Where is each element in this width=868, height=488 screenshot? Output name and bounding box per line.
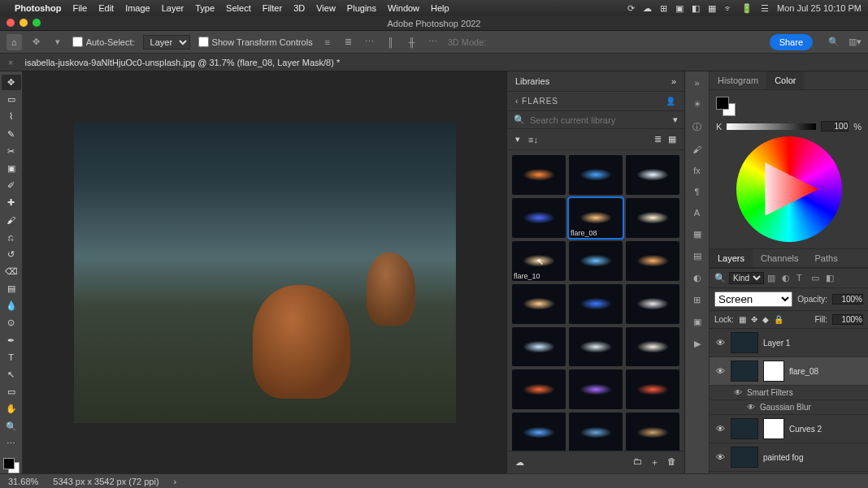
align-icon[interactable]: ≡: [321, 36, 334, 49]
tab-histogram[interactable]: Histogram: [710, 71, 766, 89]
library-item[interactable]: [626, 369, 679, 409]
library-item[interactable]: [626, 155, 679, 195]
auto-select-checkbox[interactable]: [72, 37, 83, 47]
auto-select-control[interactable]: Auto-Select:: [72, 37, 135, 47]
filter-type-icon[interactable]: T: [796, 273, 808, 284]
hand-tool[interactable]: ✋: [2, 401, 21, 417]
menu-edit[interactable]: Edit: [98, 3, 114, 13]
library-item[interactable]: flare_10↖: [512, 241, 566, 281]
align-icon[interactable]: ≣: [342, 36, 355, 49]
align-icon[interactable]: ⋯: [363, 36, 376, 49]
layer-thumbnail[interactable]: [731, 418, 758, 439]
app-name[interactable]: Photoshop: [15, 3, 61, 13]
layer-mask-thumbnail[interactable]: [763, 418, 784, 439]
fill-input[interactable]: [832, 314, 863, 325]
panel-icon[interactable]: A: [694, 208, 700, 218]
path-select-tool[interactable]: ↖: [2, 367, 21, 382]
layer-row[interactable]: 👁painted fog: [710, 443, 868, 472]
status-icon[interactable]: ☁︎: [643, 3, 652, 14]
share-button[interactable]: Share: [770, 34, 813, 50]
library-item[interactable]: [626, 327, 679, 367]
tab-color[interactable]: Color: [766, 71, 804, 89]
zoom-tool[interactable]: 🔍: [2, 418, 21, 434]
status-icon[interactable]: ⊞: [660, 3, 667, 14]
sort-icon[interactable]: ≡↓: [528, 135, 538, 145]
library-item[interactable]: [569, 412, 623, 451]
show-transform-control[interactable]: Show Transform Controls: [198, 37, 313, 47]
library-item[interactable]: [512, 327, 566, 367]
lock-all-icon[interactable]: ▦: [739, 315, 746, 324]
menu-select[interactable]: Select: [226, 3, 251, 13]
layer-thumbnail[interactable]: [731, 447, 758, 468]
auto-select-target[interactable]: Layer: [143, 35, 190, 50]
status-icon[interactable]: ⟳: [627, 3, 635, 14]
panel-icon[interactable]: ☀: [693, 99, 701, 110]
eyedropper-tool[interactable]: ✐: [2, 178, 21, 193]
blend-mode-select[interactable]: Screen: [714, 292, 792, 307]
layer-thumbnail[interactable]: [731, 361, 758, 382]
menu-help[interactable]: Help: [431, 3, 449, 13]
color-triangle[interactable]: [759, 160, 818, 219]
library-item[interactable]: [512, 198, 566, 238]
grid-view-icon[interactable]: ▦: [668, 134, 676, 145]
menu-window[interactable]: Window: [388, 3, 419, 13]
status-icon[interactable]: ▦: [708, 3, 716, 14]
filter-pixel-icon[interactable]: ▥: [767, 273, 779, 284]
smart-filter-item[interactable]: 👁Smart Filters: [710, 386, 868, 400]
tab-layers[interactable]: Layers: [710, 249, 753, 267]
crop-tool[interactable]: ✂: [2, 144, 21, 159]
blur-tool[interactable]: 💧: [2, 298, 21, 313]
clone-stamp-tool[interactable]: ⎌: [2, 230, 21, 245]
color-swatch[interactable]: [716, 97, 736, 116]
doc-dimensions[interactable]: 5343 px x 3542 px (72 ppi): [53, 477, 158, 486]
lock-icon[interactable]: 🔒: [774, 315, 783, 324]
back-icon[interactable]: ‹: [515, 97, 522, 106]
layer-row[interactable]: 👁Curves 2: [710, 415, 868, 443]
move-tool[interactable]: ✥: [2, 75, 21, 90]
kind-select[interactable]: Kind: [729, 272, 764, 284]
shape-tool[interactable]: ▭: [2, 384, 21, 399]
panel-icon[interactable]: ▣: [693, 317, 701, 327]
lock-position-icon[interactable]: ✥: [751, 315, 757, 324]
fg-swatch[interactable]: [716, 97, 729, 110]
menu-type[interactable]: Type: [195, 3, 215, 13]
dodge-tool[interactable]: ⊙: [2, 315, 21, 330]
layer-mask-thumbnail[interactable]: [763, 361, 784, 382]
gradient-tool[interactable]: ▤: [2, 281, 21, 296]
visibility-toggle[interactable]: 👁: [747, 403, 755, 412]
lasso-tool[interactable]: ⌇: [2, 109, 21, 124]
healing-brush-tool[interactable]: ✚: [2, 195, 21, 210]
battery-icon[interactable]: 🔋: [741, 3, 753, 14]
minimize-window-icon[interactable]: [20, 19, 28, 27]
marquee-tool[interactable]: ▭: [2, 92, 21, 107]
library-item[interactable]: flare_08: [569, 198, 623, 238]
dropdown-icon[interactable]: ▾: [51, 36, 64, 49]
visibility-toggle[interactable]: 👁: [714, 424, 726, 434]
libraries-breadcrumb[interactable]: ‹ FLARES 👤: [507, 92, 684, 111]
search-icon[interactable]: 🔍: [514, 114, 525, 125]
show-transform-checkbox[interactable]: [198, 37, 209, 47]
status-icon[interactable]: ▣: [675, 3, 684, 14]
library-item[interactable]: [569, 284, 623, 324]
sync-icon[interactable]: ☁: [515, 457, 524, 468]
zoom-readout[interactable]: 31.68%: [8, 477, 38, 486]
visibility-toggle[interactable]: 👁: [714, 366, 726, 376]
library-item[interactable]: [569, 155, 623, 195]
edit-toolbar[interactable]: ⋯: [2, 436, 21, 451]
menu-filter[interactable]: Filter: [263, 3, 282, 13]
tab-paths[interactable]: Paths: [807, 249, 846, 267]
library-item[interactable]: [626, 284, 679, 324]
menu-file[interactable]: File: [72, 3, 87, 13]
opacity-input[interactable]: [832, 294, 863, 304]
panel-icon[interactable]: ▶: [694, 339, 701, 349]
layer-row[interactable]: 👁flare_08: [710, 357, 868, 386]
foreground-color[interactable]: [3, 458, 15, 469]
libraries-title[interactable]: Libraries: [515, 76, 549, 86]
traffic-lights[interactable]: [7, 19, 41, 27]
control-center-icon[interactable]: ☰: [761, 3, 769, 14]
distribute-icon[interactable]: ╫: [406, 36, 419, 49]
library-item[interactable]: [512, 412, 566, 451]
visibility-toggle[interactable]: 👁: [714, 452, 726, 462]
document-tab[interactable]: isabella-juskova-9aNltHjuOc0-unsplash.jp…: [18, 55, 346, 70]
frame-tool[interactable]: ▣: [2, 161, 21, 176]
